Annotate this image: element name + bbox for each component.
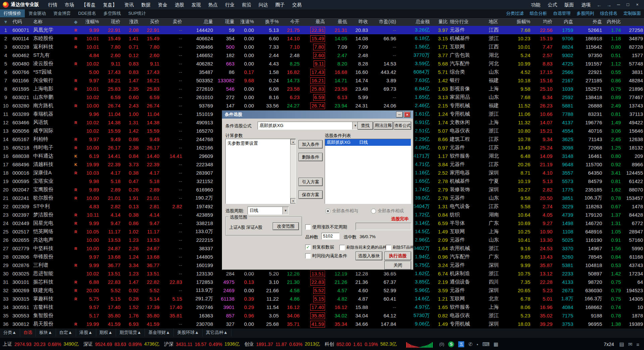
column-header-现量[interactable]: 现量 [214,18,235,26]
bottom-tab-10[interactable]: 其它品种▲ [203,329,231,337]
toolbar-link-1[interactable]: 分类过滤 [503,10,527,16]
checkbox-time-range[interactable]: 时间段内满足条件 [305,253,347,259]
column-header-市盈(动)[interactable]: 市盈(动) [369,18,397,26]
column-header-总金额[interactable]: 总金额 [397,18,431,26]
menu-item-5[interactable]: 资讯 [121,0,138,9]
column-header-名称[interactable]: 名称 [32,18,72,26]
table-row-300315[interactable]: 33300315掌趣科技R5.755.150.285.145.15291.2万6… [0,295,644,303]
column-header-买价[interactable]: 买价 [140,18,160,26]
column-header-今开[interactable]: 今开 [280,18,301,26]
table-row-600228[interactable]: 3600228返利科技R10.017.800.717.80--208466500… [0,43,644,51]
ime-badge[interactable]: 五 [458,341,464,347]
condition-list-item-1[interactable]: 底部抓妖XG日线 [325,139,411,146]
bottom-tab-5[interactable]: 港股▲ [76,329,96,337]
toolbar-tab-6[interactable]: SUP统计 [124,9,150,17]
menu-item-6[interactable]: 数据 [138,0,154,9]
column-header-代码[interactable]: 代码 [11,18,32,26]
close-button[interactable]: 关闭 [384,261,411,270]
period-combobox[interactable]: 日线 ▼ [248,207,289,215]
mail-icon[interactable]: ✉ [628,341,633,347]
menu-right-item-3[interactable]: 版面 [561,0,578,9]
menu-item-14[interactable]: 圈子 [272,0,288,9]
table-row-601166[interactable]: 7601166兴业银行R9.9716.211.4716.21--50335213… [0,76,644,85]
chevron-down-icon[interactable]: ▼ [282,207,288,214]
column-header-现价[interactable]: 现价 [100,18,121,26]
menu-item-11[interactable]: 行业 [221,0,238,9]
formula-combobox[interactable]: 底部抓妖XG ▼ [258,122,359,130]
column-header-总量[interactable]: 总量 [183,18,214,26]
symbol-count-field[interactable]: 5102 [321,233,339,239]
tdx-logo-icon[interactable]: S [448,341,454,347]
toolbar-link-5[interactable]: 综合排名 [597,10,621,16]
toolbar-link-3[interactable]: 自选管理 [550,10,574,16]
dialog-titlebar[interactable]: 条件选股 ─ × [222,111,413,119]
menu-item-12[interactable]: 前沿 [238,0,255,9]
toolbar-link-2[interactable]: 组合分析 [527,10,550,16]
bottom-tab-4[interactable]: 自定▲ [56,329,76,337]
column-header-细分行业[interactable]: 细分行业 [449,18,488,26]
view-formula-button[interactable]: 查看公式 [394,122,411,130]
column-header-量比[interactable]: 量比 [431,18,449,26]
scroll-down-icon[interactable]: ▼ [290,198,296,204]
menu-item-15[interactable]: 交易 [288,0,305,9]
toolbar-link-6[interactable]: 定制版面 [621,10,644,16]
menu-item-1[interactable]: 行情 [44,0,61,9]
checkbox-skip-st[interactable]: 剔除ST品种 [386,245,414,250]
menu-right-item-2[interactable]: 公式 [544,0,561,9]
column-header-外盘[interactable]: 外盘 [574,18,603,26]
menu-icon[interactable]: ≡ [636,342,639,347]
find-button[interactable]: 查找 [358,122,373,130]
bottom-tab-3[interactable]: 板块▲ [36,329,56,337]
keyboard-icon[interactable]: ⌨ [482,341,490,347]
status-index-3[interactable]: 沪深3431.1116.570.49%1936亿 [164,341,239,347]
checkbox-variable-period[interactable]: 使用涨跌不定周期 [305,224,347,230]
column-header-地区[interactable]: 地区 [488,18,509,26]
dialog-minimize-button[interactable]: ─ [396,112,403,118]
table-row-600766[interactable]: 6600766*ST园城5.0017.430.8317.43--35487860… [0,68,644,76]
menu-item-10[interactable]: 热点 [205,0,221,9]
condition-listbox[interactable]: 底部抓妖XG日线 [325,139,411,204]
change-range-button[interactable]: 改变范围 [273,222,299,230]
column-header-涨跌[interactable]: 涨跌 [121,18,140,26]
menu-right-item-1[interactable]: 功能 [527,0,544,9]
table-row-603021[interactable]: 9603021山东华鹏10.026.590.606.59--2610102720… [0,93,644,101]
column-header-涨幅%[interactable]: 涨幅% [80,18,100,26]
column-header-最高[interactable]: 最高 [301,18,326,26]
window-close-button[interactable]: × [633,0,642,9]
variable-period-field[interactable] [356,223,411,230]
usage-notes-button[interactable]: 用法注释 [374,122,393,130]
table-row-300101[interactable]: 31300101振芯科技R6.8822.831.4722.8222.831728… [0,278,644,286]
table-row-300551[interactable]: 34300551古鳌科技9.5717.401.5217.3917.4029274… [0,303,644,311]
toolbar-tab-1[interactable]: 行情报价 [0,9,25,17]
dialog-close-button[interactable]: × [404,112,411,118]
menu-item-3[interactable]: 【看盘 [78,0,99,9]
scroll-up-icon[interactable]: ▲ [290,139,296,144]
status-index-1[interactable]: 上证2974.9320.230.68%3490亿 [3,341,79,347]
column-header-最低[interactable]: 最低 [326,18,348,26]
grid-icon[interactable]: ▦ [494,341,498,347]
table-row-300269[interactable]: 32300269联建光电R20.005.520.925.52--113.9万24… [0,286,644,295]
menu-item-7[interactable]: 资金 [154,0,171,9]
column-header-内盘[interactable]: 内盘 [553,18,574,26]
execute-pick-button[interactable]: 执行选股 [384,252,411,260]
menu-item-13[interactable]: 问达 [255,0,272,9]
table-row-600462[interactable]: 4600462ST九有4.842.600.122.60--1466521820.… [0,51,644,59]
column-header-卖价[interactable]: 卖价 [160,18,183,26]
menu-item-4[interactable]: 复盘】 [99,0,121,9]
checkbox-forward-adjusted[interactable]: ✓ 前复权数据 [305,244,334,250]
pick-into-block-button[interactable]: 选股入板块 [356,252,382,260]
toolbar-tab-5[interactable]: 多空阵线 [100,9,124,17]
column-header-内外比[interactable]: 内外比 [603,18,622,26]
table-row-300553[interactable]: 35300553集智股份5.1735.801.7635.8035.8116363… [0,311,644,320]
status-index-4[interactable]: 创业1891.3711.870.63%2013亿 [245,341,320,347]
radio-all-and[interactable]: 全部条件相与 [325,208,358,214]
delete-condition-button[interactable]: 删除条件 [299,153,323,161]
monitor-icon[interactable]: ▤ [619,341,624,347]
column-header-涨速%[interactable]: 涨速% [235,18,255,26]
toolbar-tab-4[interactable]: DDE排名 [74,9,100,17]
table-row-600114[interactable]: 2600114东睦股份R10.0115.491.4115.49--4066243… [0,34,644,43]
params-scrollbar[interactable]: ▲ ▼ [290,139,296,204]
nav-forward-icon[interactable]: → [604,2,614,8]
bottom-tab-6[interactable]: 期权▲ [96,329,116,337]
alert-counter[interactable]: (0) [439,342,444,347]
